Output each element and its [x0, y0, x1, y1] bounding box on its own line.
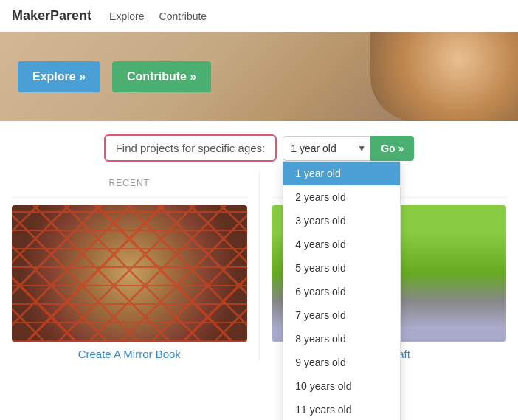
age-select-wrapper: 1 year old2 years old3 years old4 years … — [283, 136, 370, 161]
nav-explore[interactable]: Explore — [109, 10, 144, 22]
navbar: MakerParent Explore Contribute — [0, 0, 518, 32]
dropdown-item[interactable]: 8 years old — [283, 327, 400, 351]
dropdown-item[interactable]: 11 years old — [283, 398, 400, 421]
age-select[interactable]: 1 year old2 years old3 years old4 years … — [283, 136, 370, 161]
dropdown-item[interactable]: 4 years old — [283, 233, 400, 256]
recent-section: RECENT Create A Mirror Book — [0, 172, 259, 361]
dropdown-item[interactable]: 2 years old — [283, 185, 400, 209]
recent-section-header: RECENT — [12, 172, 247, 198]
brand-logo: MakerParent — [12, 8, 91, 24]
dropdown-item[interactable]: 1 year old — [283, 162, 400, 185]
hero-contribute-button[interactable]: Contribute » — [112, 61, 211, 92]
dropdown-item[interactable]: 9 years old — [283, 351, 400, 374]
search-section: Find projects for specific ages: 1 year … — [0, 121, 518, 172]
left-project-card: Create A Mirror Book — [12, 205, 247, 361]
dropdown-item[interactable]: 6 years old — [283, 280, 400, 303]
left-project-image[interactable] — [12, 205, 247, 342]
dropdown-item[interactable]: 5 years old — [283, 256, 400, 280]
dropdown-item[interactable]: 10 years old — [283, 374, 400, 398]
hero-explore-button[interactable]: Explore » — [18, 61, 100, 92]
search-label: Find projects for specific ages: — [104, 134, 277, 162]
hero-section: Explore » Contribute » — [0, 32, 518, 121]
dropdown-item[interactable]: 3 years old — [283, 209, 400, 233]
left-project-title[interactable]: Create A Mirror Book — [78, 348, 181, 360]
nav-contribute[interactable]: Contribute — [159, 10, 207, 22]
dropdown-item[interactable]: 7 years old — [283, 303, 400, 327]
hero-image — [370, 32, 518, 121]
content-area: RECENT Create A Mirror Book LAR overcraf… — [0, 172, 518, 361]
age-select-container: 1 year old2 years old3 years old4 years … — [283, 136, 414, 161]
go-button[interactable]: Go » — [370, 136, 414, 161]
age-dropdown: 1 year old2 years old3 years old4 years … — [283, 161, 401, 421]
